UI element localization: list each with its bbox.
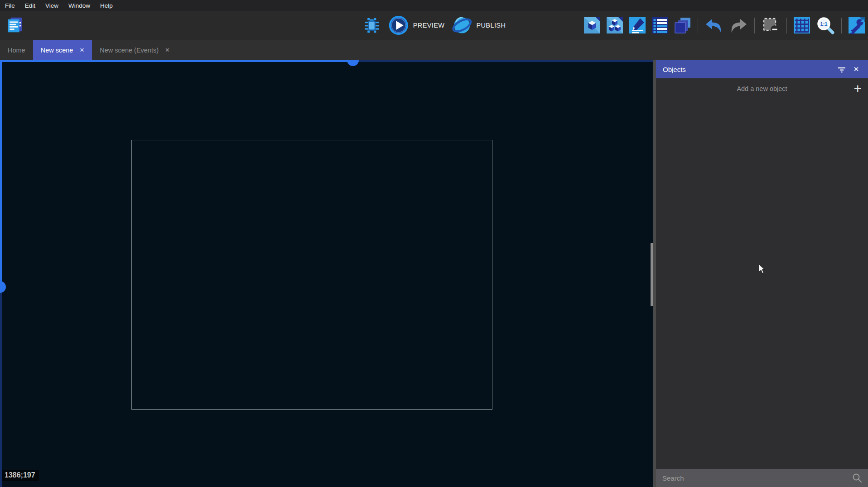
menu-edit[interactable]: Edit <box>20 0 40 11</box>
add-object-plus-icon[interactable]: + <box>854 82 862 95</box>
cursor-coordinates: 1386;197 <box>2 470 39 481</box>
project-manager-icon[interactable] <box>6 16 25 35</box>
menu-file[interactable]: File <box>0 0 20 11</box>
canvas-scrollbar-vertical-track[interactable] <box>0 287 2 487</box>
toolbar-separator <box>698 18 698 33</box>
toolbar-separator <box>786 18 787 33</box>
filter-icon[interactable] <box>834 62 849 76</box>
layers-icon[interactable] <box>674 16 692 34</box>
mouse-cursor <box>758 264 765 274</box>
redo-icon[interactable] <box>728 15 748 35</box>
zoom-level-label: 1:1 <box>820 21 828 27</box>
canvas-scrollbar-horizontal[interactable] <box>0 60 353 62</box>
canvas-scrollbar-horizontal-track[interactable] <box>353 60 653 62</box>
objects-search-bar <box>656 469 868 487</box>
tab-close-icon[interactable]: ✕ <box>165 47 170 53</box>
close-panel-icon[interactable]: ✕ <box>849 62 863 76</box>
menu-bar: File Edit View Window Help <box>0 0 868 11</box>
toolbar-separator <box>841 18 842 33</box>
zoom-one-to-one-icon[interactable]: 1:1 <box>815 15 835 35</box>
tab-home[interactable]: Home <box>0 40 33 60</box>
tab-home-label: Home <box>8 47 25 54</box>
scene-settings-icon[interactable] <box>848 16 866 34</box>
publish-globe-icon <box>451 15 472 36</box>
editor-tab-bar: Home New scene ✕ New scene (Events) ✕ <box>0 40 868 60</box>
objects-editor-icon[interactable] <box>583 16 601 34</box>
mask-delete-icon[interactable] <box>761 15 781 35</box>
object-groups-icon[interactable] <box>606 16 624 34</box>
publish-label: PUBLISH <box>476 22 506 29</box>
publish-button[interactable]: PUBLISH <box>451 15 506 36</box>
objects-list-empty-area[interactable] <box>656 99 868 469</box>
tab-new-scene-events[interactable]: New scene (Events) ✕ <box>92 40 178 60</box>
main-toolbar: PREVIEW PUBLISH <box>0 11 868 40</box>
debug-icon[interactable] <box>362 16 381 35</box>
toolbar-separator <box>754 18 755 33</box>
canvas-scrollbar-vertical-thumb[interactable] <box>0 281 6 293</box>
canvas-scrollbar-horizontal-thumb[interactable] <box>347 60 359 66</box>
scene-canvas[interactable]: 1386;197 <box>0 60 653 487</box>
instances-list-icon[interactable] <box>651 16 669 34</box>
tab-close-icon[interactable]: ✕ <box>79 47 84 53</box>
add-new-object-label: Add a new object <box>656 85 868 92</box>
tab-new-scene-label: New scene <box>41 47 73 54</box>
grid-icon[interactable] <box>793 16 811 34</box>
tab-new-scene-events-label: New scene (Events) <box>100 47 159 54</box>
tab-new-scene[interactable]: New scene ✕ <box>33 40 92 60</box>
menu-view[interactable]: View <box>40 0 63 11</box>
preview-label: PREVIEW <box>413 22 445 29</box>
menu-help[interactable]: Help <box>95 0 118 11</box>
menu-window[interactable]: Window <box>63 0 95 11</box>
preview-play-icon <box>388 15 409 36</box>
properties-icon[interactable] <box>628 16 646 34</box>
search-icon <box>852 473 863 483</box>
add-new-object-row[interactable]: Add a new object + <box>656 78 868 99</box>
undo-icon[interactable] <box>704 15 724 35</box>
objects-panel-header: Objects ✕ <box>656 60 868 78</box>
search-input[interactable] <box>662 474 852 482</box>
scene-window-frame <box>131 140 492 410</box>
canvas-right-scrollbar-thumb[interactable] <box>651 243 653 306</box>
preview-button[interactable]: PREVIEW <box>388 15 445 36</box>
objects-panel-title: Objects <box>663 66 834 73</box>
work-area: 1386;197 Objects ✕ Add a new object + <box>0 60 868 487</box>
canvas-scrollbar-vertical[interactable] <box>0 60 2 287</box>
gdevelop-window: File Edit View Window Help <box>0 0 868 487</box>
objects-panel: Objects ✕ Add a new object + <box>656 60 868 487</box>
